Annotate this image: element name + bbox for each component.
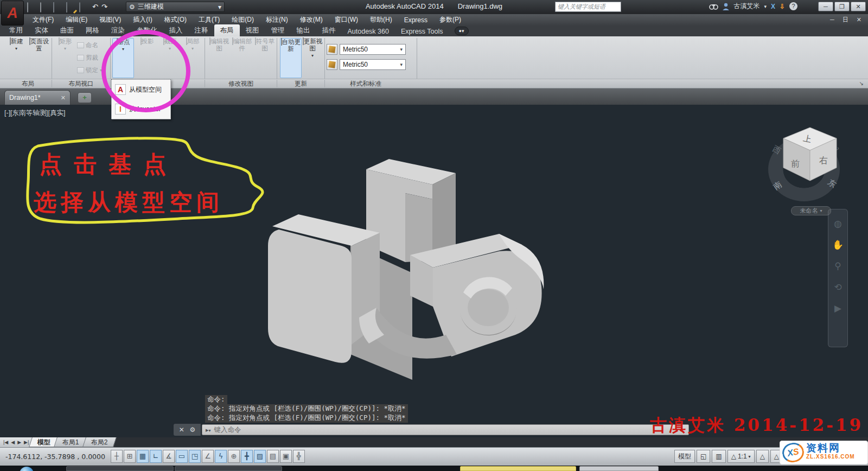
customize-icon[interactable]: ⚙ xyxy=(190,426,196,434)
style-combo-1[interactable]: Metric50▾ xyxy=(340,44,406,55)
tab-layout[interactable]: 布局 xyxy=(214,24,240,36)
ribbon-display-toggle[interactable]: ●▾ xyxy=(455,27,469,35)
viewcube[interactable]: 南 东 西 北 上 前 右 未命名▾ xyxy=(758,122,861,222)
projected-view-button[interactable]: 投影 xyxy=(136,38,158,78)
annotation-monitor-toggle[interactable]: ╬ xyxy=(293,450,305,463)
application-menu-button[interactable]: A xyxy=(1,1,24,26)
drawing-file-tab[interactable]: Drawing1* ✕ xyxy=(4,90,71,105)
restore-button[interactable]: ❐ xyxy=(834,2,850,11)
tab-layout2[interactable]: 布局2 xyxy=(82,437,117,447)
windows-taskbar[interactable] xyxy=(0,466,868,471)
panel-expander-icon[interactable]: ↘ xyxy=(859,80,864,86)
drawing-canvas[interactable]: [-][东南等轴测][真实] xyxy=(0,105,868,437)
menu-item-from-model-space[interactable]: A 从模型空间 xyxy=(112,80,170,99)
minimize-button[interactable]: ─ xyxy=(818,2,833,11)
panel-update-label[interactable]: 更新 xyxy=(277,80,324,88)
close-tab-icon[interactable]: ✕ xyxy=(61,94,66,101)
viewport-controls[interactable]: [-][东南等轴测][真实] xyxy=(4,109,66,118)
section-view-button[interactable]: 截面 ▾ xyxy=(159,38,181,78)
pan-hand-icon[interactable]: ✋ xyxy=(832,239,844,251)
signin-user-name[interactable]: 古滇艾米 xyxy=(733,2,760,11)
open-file-icon[interactable] xyxy=(40,3,50,11)
orbit-icon[interactable]: ⟲ xyxy=(834,282,841,293)
command-input[interactable]: ▸▾ 键入命令 xyxy=(202,424,689,435)
menu-tools[interactable]: 工具(T) xyxy=(193,14,225,26)
start-orb[interactable] xyxy=(20,467,34,471)
viewport-rectangular-button[interactable]: 矩形 ▾ xyxy=(54,38,76,78)
menu-express[interactable]: Express xyxy=(399,15,433,25)
panel-viewports-label[interactable]: 布局视口 xyxy=(52,80,110,88)
next-tab-icon[interactable]: ▶ xyxy=(16,440,22,445)
document-window-controls[interactable]: ─ 日 ✕ xyxy=(830,16,865,24)
last-tab-icon[interactable]: ▶| xyxy=(23,440,30,445)
steering-wheel-icon[interactable]: ◍ xyxy=(834,218,842,230)
new-layout-button[interactable]: 新建 ▾ xyxy=(5,38,27,78)
base-view-button[interactable]: 基点 ▾ xyxy=(112,38,134,78)
infer-constraints-toggle[interactable]: ┼ xyxy=(111,450,123,463)
page-setup-button[interactable]: 页面设置 xyxy=(28,38,50,78)
zoom-icon[interactable]: ⚲ xyxy=(834,260,841,272)
tab-express-tools[interactable]: Express Tools xyxy=(395,26,449,36)
ucs-dropdown[interactable]: 未命名▾ xyxy=(791,206,831,215)
style-combo-2[interactable]: Metric50▾ xyxy=(340,59,406,70)
menu-edit[interactable]: 编辑(E) xyxy=(60,14,93,26)
taskbar-item[interactable] xyxy=(66,466,174,471)
menu-window[interactable]: 窗口(W) xyxy=(329,14,363,26)
tab-surface[interactable]: 曲面 xyxy=(54,24,80,36)
edit-components-button[interactable]: 编辑部件 xyxy=(231,38,253,78)
tab-render[interactable]: 渲染 xyxy=(105,24,131,36)
quick-properties-toggle[interactable]: ▤ xyxy=(267,450,279,463)
symbol-sketch-button[interactable]: 符号草图 xyxy=(254,38,276,78)
autodesk360-sync-icon[interactable]: ⇩ xyxy=(780,3,785,10)
save-as-icon[interactable] xyxy=(66,3,76,11)
redo-icon[interactable]: ↷ xyxy=(101,2,107,12)
tab-solid[interactable]: 实体 xyxy=(29,24,54,36)
menu-item-from-inventor[interactable]: I 从 Inventor xyxy=(112,99,170,119)
new-file-icon[interactable] xyxy=(27,3,37,11)
detail-view-button[interactable]: 局部 ▾ xyxy=(182,38,203,78)
prev-tab-icon[interactable]: ◀ xyxy=(10,440,16,445)
taskbar-item-active[interactable] xyxy=(460,466,576,471)
tab-annotate[interactable]: 注释 xyxy=(189,24,214,36)
3d-model[interactable] xyxy=(244,144,548,383)
3d-object-snap-toggle[interactable]: ◳ xyxy=(189,450,201,463)
quick-view-layouts-icon[interactable]: ▥ xyxy=(712,450,725,463)
navigation-bar[interactable]: ◍ ✋ ⚲ ⟲ ▶ xyxy=(828,209,848,347)
taskbar-item[interactable] xyxy=(579,466,659,471)
panel-layout-label[interactable]: 布局 xyxy=(4,80,52,88)
object-snap-toggle[interactable]: ▭ xyxy=(176,450,188,463)
auto-update-button[interactable]: 自动更新 xyxy=(280,38,302,78)
panel-styles-label[interactable]: 样式和标准 xyxy=(325,80,406,88)
tab-autodesk360[interactable]: Autodesk 360 xyxy=(342,26,395,36)
close-icon[interactable]: ✕ xyxy=(179,426,184,434)
menu-help[interactable]: 帮助(H) xyxy=(365,14,398,26)
layout-tab-nav[interactable]: |◀ ◀ ▶ ▶| xyxy=(0,437,33,447)
chevron-down-icon[interactable]: ▾ xyxy=(764,4,767,9)
tab-plugins[interactable]: 插件 xyxy=(316,24,342,36)
viewcube-cube[interactable]: 上 前 右 xyxy=(780,126,840,183)
selection-cycling-toggle[interactable]: ▣ xyxy=(280,450,292,463)
menu-parametric[interactable]: 参数(P) xyxy=(434,14,467,26)
grid-display-toggle[interactable]: ▦ xyxy=(137,450,149,463)
text-style-icon[interactable] xyxy=(327,59,337,70)
lineweight-toggle[interactable]: ╋ xyxy=(241,450,253,463)
viewport-named-button[interactable]: 命名 xyxy=(77,41,98,49)
tab-mesh[interactable]: 网格 xyxy=(80,24,105,36)
edit-view-button[interactable]: 编辑视图 xyxy=(208,38,230,78)
taskbar-item[interactable] xyxy=(175,466,282,471)
search-binoculars-icon[interactable] xyxy=(709,3,718,10)
menu-draw[interactable]: 绘图(D) xyxy=(226,14,259,26)
command-window-grip[interactable]: ✕ ⚙ xyxy=(174,424,201,436)
tab-parametric[interactable]: 参数化 xyxy=(131,24,163,36)
tab-home[interactable]: 常用 xyxy=(3,24,29,36)
first-tab-icon[interactable]: |◀ xyxy=(2,440,9,445)
save-icon[interactable] xyxy=(53,3,63,11)
tab-insert[interactable]: 插入 xyxy=(163,24,189,36)
plot-icon[interactable] xyxy=(79,3,89,11)
panel-modifyview-label[interactable]: 修改视图 xyxy=(205,80,277,88)
menu-view[interactable]: 视图(V) xyxy=(94,14,126,26)
menu-format[interactable]: 格式(O) xyxy=(159,14,192,26)
tab-view[interactable]: 视图 xyxy=(240,24,265,36)
dimension-style-icon[interactable] xyxy=(327,44,337,55)
menu-file[interactable]: 文件(F) xyxy=(27,14,59,26)
